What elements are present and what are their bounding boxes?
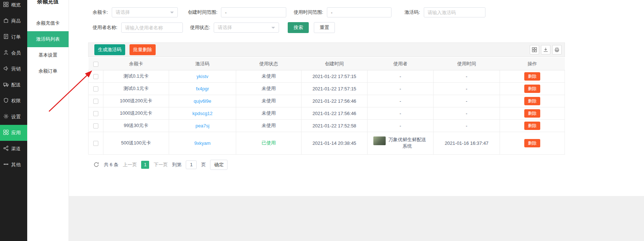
- activation-code-input[interactable]: [424, 7, 485, 17]
- use-status-label: 使用状态:: [190, 24, 210, 31]
- activation-code-link[interactable]: ykistv: [197, 74, 209, 79]
- table-row: 500送100元卡 9xkyam 已使用 2021-01-14 20:38:45…: [89, 132, 565, 154]
- delete-button[interactable]: 删除: [524, 109, 540, 118]
- delete-button[interactable]: 删除: [524, 97, 540, 105]
- prev-page-button[interactable]: 上一页: [123, 162, 137, 168]
- submenu-item-activation-codes[interactable]: 激活码列表: [27, 31, 69, 47]
- cell-status: 未使用: [236, 95, 302, 107]
- cell-user: -: [368, 82, 434, 95]
- apps-icon: [3, 130, 9, 136]
- sidebar-item-marketing[interactable]: 营销: [0, 61, 27, 77]
- user-name: 万象优鲜生鲜配送系统: [387, 136, 428, 150]
- sidebar-item-settings[interactable]: 设置: [0, 109, 27, 125]
- grid-view-icon[interactable]: [530, 45, 539, 54]
- cell-used-at: -: [434, 70, 500, 82]
- delivery-icon: [3, 82, 9, 88]
- submenu-title: 余额充值: [27, 0, 69, 5]
- submenu-item-recharge-cards[interactable]: 余额充值卡: [27, 15, 69, 31]
- goto-page-input[interactable]: [186, 160, 197, 169]
- cell-status: 未使用: [236, 82, 302, 95]
- delete-button[interactable]: 删除: [524, 122, 540, 130]
- refresh-icon[interactable]: [93, 162, 99, 168]
- activation-code-link[interactable]: pea7sj: [196, 123, 209, 128]
- pagination: 共 6 条 上一页 1 下一页 到第 页 确定: [88, 157, 565, 170]
- reset-button[interactable]: 重置: [314, 22, 335, 33]
- sidebar-item-overview[interactable]: 概览: [0, 0, 27, 13]
- cell-card: 测试0.1元卡: [103, 70, 169, 82]
- marketing-icon: [3, 66, 9, 72]
- table-row: 1000送200元卡 kpdscg12 未使用 2021-01-22 17:56…: [89, 107, 565, 119]
- sidebar-item-label: 商品: [11, 18, 21, 24]
- sidebar-item-label: 配送: [11, 82, 21, 88]
- sidebar-item-label: 营销: [11, 66, 21, 72]
- row-checkbox[interactable]: [93, 141, 98, 146]
- toolbar-icon-group: [530, 45, 562, 54]
- sidebar-item-other[interactable]: 其他: [0, 157, 27, 173]
- row-checkbox[interactable]: [93, 74, 98, 79]
- sidebar-item-permissions[interactable]: 权限: [0, 93, 27, 109]
- balance-card-select[interactable]: 请选择: [112, 7, 178, 17]
- submenu-item-basic-settings[interactable]: 基本设置: [27, 47, 69, 63]
- user-name-input[interactable]: [121, 23, 183, 33]
- delete-button[interactable]: 删除: [524, 85, 540, 93]
- cell-user: 万象优鲜生鲜配送系统: [368, 132, 434, 154]
- column-header: 余额卡: [103, 58, 169, 70]
- delete-button[interactable]: 删除: [524, 72, 540, 81]
- chevron-down-icon: [271, 27, 275, 29]
- sidebar-item-goods[interactable]: 商品: [0, 13, 27, 29]
- select-all-checkbox[interactable]: [93, 62, 98, 67]
- cell-card: 1000送200元卡: [103, 107, 169, 119]
- current-page-button[interactable]: 1: [141, 161, 149, 169]
- create-time-range-input[interactable]: [221, 7, 286, 17]
- print-icon[interactable]: [552, 45, 562, 54]
- cell-created: 2021-01-22 17:52:58: [302, 119, 368, 132]
- batch-delete-button[interactable]: 批量删除: [130, 44, 156, 55]
- sidebar-item-label: 设置: [11, 114, 21, 120]
- column-header: 使用者: [368, 58, 434, 70]
- cell-created: 2021-01-22 17:57:15: [302, 82, 368, 95]
- create-time-label: 创建时间范围:: [188, 9, 218, 16]
- cell-used-at: -: [434, 107, 500, 119]
- row-checkbox[interactable]: [93, 111, 98, 116]
- search-button[interactable]: 搜索: [288, 22, 309, 33]
- page-background: [69, 196, 644, 241]
- cell-created: 2021-01-14 20:38:45: [302, 132, 368, 154]
- filter-panel: 余额卡: 请选择 创建时间范围: 使用时间范围: 激活码: 使用者名称: 使用状…: [69, 0, 644, 33]
- next-page-button[interactable]: 下一页: [153, 162, 168, 168]
- use-status-select[interactable]: 请选择: [214, 23, 279, 33]
- cell-card: 500送100元卡: [103, 132, 169, 154]
- sidebar-item-delivery[interactable]: 配送: [0, 77, 27, 93]
- goto-prefix-label: 到第: [172, 162, 181, 168]
- submenu-list: 余额充值卡 激活码列表 基本设置 余额订单: [27, 15, 69, 79]
- cell-used-at: 2021-01-16 16:37:47: [434, 132, 500, 154]
- channels-icon: [3, 146, 9, 152]
- export-icon[interactable]: [541, 45, 550, 54]
- sidebar-item-members[interactable]: 会员: [0, 45, 27, 61]
- sidebar-item-orders[interactable]: 订单: [0, 29, 27, 45]
- activation-code-link[interactable]: kpdscg12: [192, 111, 213, 116]
- cell-created: 2021-01-22 17:56:46: [302, 107, 368, 119]
- table-header-row: 余额卡 激活码 使用状态 创建时间 使用者 使用时间 操作: [89, 58, 565, 70]
- sidebar-item-channels[interactable]: 渠道: [0, 141, 27, 157]
- use-time-range-input[interactable]: [327, 7, 391, 17]
- column-header: 操作: [500, 58, 565, 70]
- user-name-label: 使用者名称:: [93, 24, 118, 31]
- sidebar-item-label: 会员: [11, 50, 21, 56]
- goto-suffix-label: 页: [201, 162, 206, 168]
- code-label: 激活码:: [405, 9, 420, 16]
- confirm-button[interactable]: 确定: [210, 160, 227, 170]
- row-checkbox[interactable]: [93, 123, 98, 128]
- submenu-item-balance-orders[interactable]: 余额订单: [27, 63, 69, 79]
- generate-code-button[interactable]: 生成激活码: [94, 44, 125, 55]
- activation-code-link[interactable]: 9xkyam: [194, 140, 211, 146]
- cell-user: -: [368, 95, 434, 107]
- activation-code-link[interactable]: qujv6l9e: [194, 98, 211, 104]
- orders-icon: [3, 34, 9, 40]
- sidebar-item-apps[interactable]: 应用: [0, 125, 27, 141]
- column-header: 使用时间: [434, 58, 500, 70]
- row-checkbox[interactable]: [93, 99, 98, 104]
- delete-button[interactable]: 删除: [524, 139, 540, 147]
- activation-code-link[interactable]: fx4pgr: [196, 86, 209, 91]
- row-checkbox[interactable]: [93, 86, 98, 91]
- filter-row-1: 余额卡: 请选择 创建时间范围: 使用时间范围: 激活码:: [93, 7, 644, 17]
